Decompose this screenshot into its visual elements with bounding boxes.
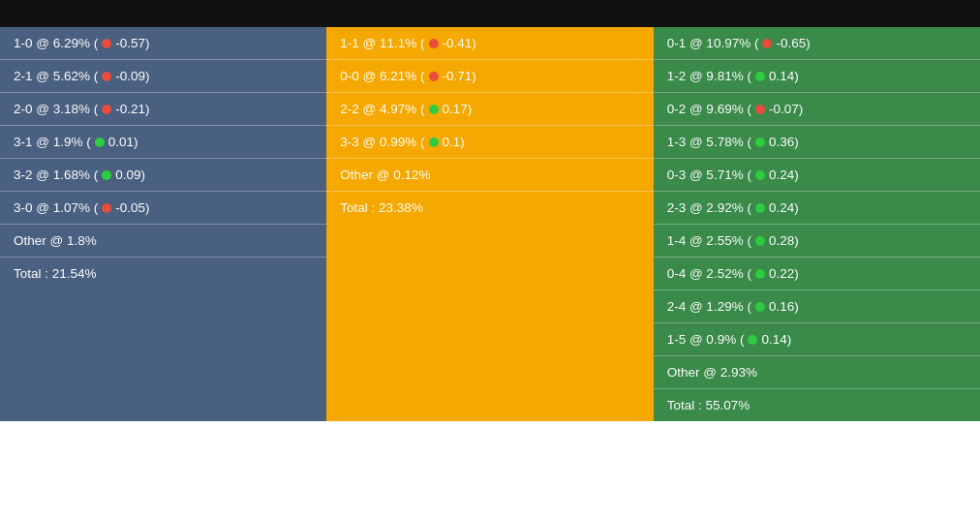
score-text: Other @ 0.12% — [340, 168, 430, 182]
crystal-palace-column: 1-0 @ 6.29% ( -0.57)2-1 @ 5.62% ( -0.09)… — [0, 27, 326, 421]
score-text: 2-2 @ 4.97% ( — [340, 102, 424, 116]
score-text: 2-1 @ 5.62% ( — [14, 69, 98, 83]
change-value: 0.24) — [769, 168, 799, 182]
score-text: 0-4 @ 2.52% ( — [667, 266, 751, 281]
draw-column: 1-1 @ 11.1% ( -0.41)0-0 @ 6.21% ( -0.71)… — [326, 27, 653, 421]
score-text: 2-3 @ 2.92% ( — [667, 200, 751, 215]
score-text: Other @ 2.93% — [667, 365, 757, 380]
score-item: 3-2 @ 1.68% ( 0.09) — [0, 159, 326, 192]
change-value: 0.1) — [443, 135, 465, 149]
change-value: 0.28) — [769, 233, 799, 248]
change-value: 0.17) — [443, 102, 473, 116]
up-arrow-icon — [755, 137, 765, 147]
header-crystal-palace — [0, 0, 326, 27]
score-item: 1-5 @ 0.9% ( 0.14) — [654, 323, 980, 356]
score-item: 2-2 @ 4.97% ( 0.17) — [326, 93, 653, 126]
change-value: -0.21) — [115, 102, 149, 116]
score-item: 2-0 @ 3.18% ( -0.21) — [0, 93, 326, 126]
change-value: -0.07) — [769, 102, 803, 116]
change-value: 0.01) — [108, 135, 138, 149]
score-text: Other @ 1.8% — [14, 233, 97, 248]
down-arrow-icon — [755, 105, 765, 114]
score-text: Total : 55.07% — [667, 398, 750, 412]
change-value: 0.24) — [769, 200, 799, 215]
change-value: 0.09) — [115, 168, 145, 182]
up-arrow-icon — [102, 170, 111, 180]
score-item: 0-1 @ 10.97% ( -0.65) — [654, 27, 980, 60]
up-arrow-icon — [429, 137, 439, 147]
down-arrow-icon — [429, 72, 439, 81]
up-arrow-icon — [755, 269, 765, 279]
change-value: -0.41) — [443, 36, 476, 50]
score-item: Other @ 1.8% — [0, 225, 326, 258]
score-item: 1-3 @ 5.78% ( 0.36) — [654, 126, 980, 159]
change-value: 0.22) — [769, 266, 799, 281]
score-text: Total : 21.54% — [14, 266, 97, 281]
score-text: Total : 23.38% — [340, 200, 423, 215]
header-draw — [326, 0, 653, 27]
score-text: 1-5 @ 0.9% ( — [667, 332, 745, 347]
content-row: 1-0 @ 6.29% ( -0.57)2-1 @ 5.62% ( -0.09)… — [0, 27, 980, 421]
score-item: 2-4 @ 1.29% ( 0.16) — [654, 290, 980, 323]
up-arrow-icon — [755, 170, 765, 180]
change-value: 0.14) — [761, 332, 791, 347]
down-arrow-icon — [762, 39, 772, 48]
score-item: 3-3 @ 0.99% ( 0.1) — [326, 126, 653, 159]
score-item: 0-0 @ 6.21% ( -0.71) — [326, 60, 653, 93]
score-text: 1-0 @ 6.29% ( — [14, 36, 98, 50]
change-value: -0.05) — [115, 200, 149, 215]
score-text: 0-1 @ 10.97% ( — [667, 36, 759, 50]
main-container: 1-0 @ 6.29% ( -0.57)2-1 @ 5.62% ( -0.09)… — [0, 0, 980, 421]
change-value: 0.36) — [769, 135, 799, 149]
change-value: -0.57) — [115, 36, 149, 50]
up-arrow-icon — [755, 302, 765, 312]
score-item: 1-0 @ 6.29% ( -0.57) — [0, 27, 326, 60]
score-text: 0-0 @ 6.21% ( — [340, 69, 424, 83]
score-item: 3-0 @ 1.07% ( -0.05) — [0, 192, 326, 225]
up-arrow-icon — [755, 236, 765, 246]
change-value: 0.14) — [769, 69, 799, 83]
down-arrow-icon — [102, 105, 111, 114]
score-item: Total : 55.07% — [654, 389, 980, 421]
up-arrow-icon — [755, 72, 765, 81]
score-text: 2-0 @ 3.18% ( — [14, 102, 98, 116]
score-item: 2-1 @ 5.62% ( -0.09) — [0, 60, 326, 93]
score-text: 3-2 @ 1.68% ( — [14, 168, 98, 182]
header-arsenal — [654, 0, 980, 27]
down-arrow-icon — [102, 72, 111, 81]
score-text: 1-2 @ 9.81% ( — [667, 69, 751, 83]
score-item: 0-3 @ 5.71% ( 0.24) — [654, 159, 980, 192]
score-item: 2-3 @ 2.92% ( 0.24) — [654, 192, 980, 225]
score-text: 3-3 @ 0.99% ( — [340, 135, 424, 149]
score-item: Total : 23.38% — [326, 192, 653, 224]
down-arrow-icon — [102, 39, 111, 48]
score-item: Other @ 0.12% — [326, 159, 653, 192]
score-item: 3-1 @ 1.9% ( 0.01) — [0, 126, 326, 159]
up-arrow-icon — [755, 203, 765, 213]
score-item: 0-2 @ 9.69% ( -0.07) — [654, 93, 980, 126]
change-value: 0.16) — [769, 299, 799, 314]
score-text: 3-0 @ 1.07% ( — [14, 200, 98, 215]
change-value: -0.65) — [776, 36, 810, 50]
arsenal-column: 0-1 @ 10.97% ( -0.65)1-2 @ 9.81% ( 0.14)… — [654, 27, 980, 421]
score-item: 1-1 @ 11.1% ( -0.41) — [326, 27, 653, 60]
score-text: 0-2 @ 9.69% ( — [667, 102, 751, 116]
change-value: -0.71) — [443, 69, 476, 83]
score-text: 0-3 @ 5.71% ( — [667, 168, 751, 182]
score-item: 1-2 @ 9.81% ( 0.14) — [654, 60, 980, 93]
score-item: 0-4 @ 2.52% ( 0.22) — [654, 258, 980, 290]
score-item: 1-4 @ 2.55% ( 0.28) — [654, 225, 980, 258]
change-value: -0.09) — [115, 69, 149, 83]
header-row — [0, 0, 980, 27]
up-arrow-icon — [748, 335, 757, 345]
score-text: 3-1 @ 1.9% ( — [14, 135, 91, 149]
score-text: 1-4 @ 2.55% ( — [667, 233, 751, 248]
up-arrow-icon — [429, 105, 439, 114]
score-item: Other @ 2.93% — [654, 356, 980, 389]
score-text: 2-4 @ 1.29% ( — [667, 299, 751, 314]
score-text: 1-1 @ 11.1% ( — [340, 36, 424, 50]
up-arrow-icon — [95, 137, 105, 147]
score-item: Total : 21.54% — [0, 258, 326, 289]
score-text: 1-3 @ 5.78% ( — [667, 135, 751, 149]
down-arrow-icon — [429, 39, 439, 48]
